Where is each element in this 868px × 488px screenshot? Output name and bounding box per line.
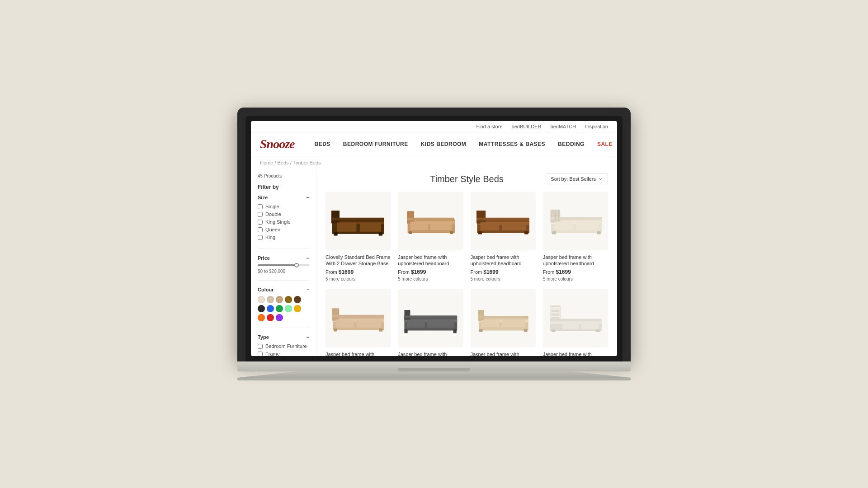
svg-rect-9	[334, 232, 338, 235]
more-colours-4: 5 more colours	[543, 277, 608, 282]
color-swatch-cream[interactable]	[258, 296, 265, 303]
checkbox-double[interactable]	[258, 212, 263, 217]
svg-rect-44	[379, 328, 382, 331]
color-swatch-tan[interactable]	[276, 296, 283, 303]
svg-rect-43	[334, 328, 337, 331]
color-swatches	[258, 296, 309, 321]
breadcrumb-current: Timber Beds	[293, 160, 321, 165]
svg-rect-12	[360, 223, 381, 232]
color-swatch-orange[interactable]	[258, 314, 265, 321]
bed-illustration-1	[326, 192, 391, 250]
color-swatch-green[interactable]	[276, 305, 283, 312]
color-swatch-brown[interactable]	[285, 296, 292, 303]
color-swatch-beige[interactable]	[267, 296, 274, 303]
svg-rect-45	[336, 319, 354, 327]
nav-bedroom-furniture[interactable]: BEDROOM FURNITURE	[337, 134, 415, 155]
bed-illustration-4	[543, 192, 608, 250]
nav-kids-bedroom[interactable]: KIDS BEDROOM	[415, 134, 473, 155]
filter-frame[interactable]: Frame	[258, 351, 309, 356]
svg-rect-53	[407, 320, 425, 328]
color-swatch-dark-brown[interactable]	[294, 296, 301, 303]
filter-king-single[interactable]: King Single	[258, 219, 309, 225]
price-slider-thumb	[294, 263, 299, 267]
product-card[interactable]: Jasper bed frame with upholstered headbo…	[543, 192, 608, 282]
nav-mattresses[interactable]: MATTRESSES & BASES	[472, 134, 552, 155]
svg-rect-59	[479, 329, 482, 332]
colour-filter-header[interactable]: Colour −	[258, 287, 309, 292]
color-swatch-light-green[interactable]	[285, 305, 292, 312]
product-name-8: Jasper bed frame with upholstered headbo…	[543, 351, 608, 356]
bed-illustration-7	[471, 289, 536, 347]
bed-illustration-5	[326, 289, 391, 347]
breadcrumb-beds[interactable]: Beds	[278, 160, 289, 165]
checkbox-king-single[interactable]	[258, 220, 263, 225]
bed-builder-link[interactable]: bedBUILDER	[512, 124, 542, 129]
laptop-foot	[237, 378, 631, 380]
bed-illustration-2	[398, 192, 463, 250]
find-store-link[interactable]: Find a store	[476, 124, 502, 129]
product-card[interactable]: Jasper bed frame with upholstered headbo…	[471, 289, 536, 356]
product-card[interactable]: Jasper bed frame with upholstered headbo…	[326, 289, 391, 356]
color-swatch-purple[interactable]	[276, 314, 283, 321]
type-filter-header[interactable]: Type −	[258, 334, 309, 340]
svg-rect-66	[552, 313, 559, 315]
sidebar: 45 Products Filter by Size − Single	[251, 169, 316, 356]
price-slider[interactable]	[258, 264, 309, 266]
svg-rect-41	[332, 308, 339, 320]
product-image-3	[471, 192, 536, 250]
logo[interactable]: Snooze	[260, 132, 294, 156]
color-swatch-black[interactable]	[258, 305, 265, 312]
laptop-body: Find a store bedBUILDER bedMATCH Inspira…	[237, 108, 631, 361]
filter-queen[interactable]: Queen	[258, 227, 309, 232]
nav-beds[interactable]: BEDS	[308, 134, 336, 155]
svg-rect-52	[453, 329, 457, 333]
size-filter-header[interactable]: Size −	[258, 195, 309, 200]
chevron-down-icon	[598, 176, 603, 182]
product-card[interactable]: Jasper bed frame with upholstered headbo…	[543, 289, 608, 356]
nav-sale[interactable]: SALE	[591, 134, 617, 155]
nav-bedding[interactable]: BEDDING	[552, 134, 591, 155]
checkbox-single[interactable]	[258, 204, 263, 209]
size-filter-section: Size − Single Double	[258, 195, 309, 249]
svg-rect-61	[481, 320, 499, 327]
checkbox-bedroom-furniture[interactable]	[258, 344, 263, 349]
svg-rect-60	[524, 329, 527, 332]
product-name-2: Jasper bed frame with upholstered headbo…	[398, 254, 463, 267]
svg-rect-19	[410, 221, 429, 230]
product-card[interactable]: Clovelly Standard Bed Frame With 2 Drawe…	[326, 192, 391, 282]
checkbox-queen[interactable]	[258, 227, 263, 232]
bed-match-link[interactable]: bedMATCH	[551, 124, 576, 129]
inspiration-link[interactable]: Inspiration	[585, 124, 608, 129]
laptop-stand	[237, 371, 631, 378]
product-count: 45 Products	[258, 174, 309, 178]
price-range-label: $0 to $20,000	[258, 269, 309, 274]
svg-rect-23	[476, 211, 485, 224]
bed-illustration-8	[543, 289, 608, 347]
filter-bedroom-furniture[interactable]: Bedroom Furniture	[258, 343, 309, 349]
filter-single[interactable]: Single	[258, 204, 309, 209]
color-swatch-red[interactable]	[267, 314, 274, 321]
checkbox-frame[interactable]	[258, 352, 263, 357]
svg-rect-35	[554, 221, 573, 230]
color-swatch-blue[interactable]	[267, 305, 274, 312]
sort-dropdown[interactable]: Sort by: Best Sellers	[546, 174, 608, 184]
breadcrumb: Home / Beds / Timber Beds	[251, 156, 617, 169]
svg-rect-27	[480, 222, 499, 230]
products-area: Timber Style Beds Sort by: Best Sellers	[316, 169, 617, 356]
checkbox-king[interactable]	[258, 235, 263, 240]
filter-double[interactable]: Double	[258, 211, 309, 217]
filter-king[interactable]: King	[258, 235, 309, 240]
svg-rect-25	[478, 231, 482, 234]
breadcrumb-home[interactable]: Home	[260, 160, 273, 165]
size-filter-label: Size	[258, 195, 268, 200]
product-card[interactable]: Jasper bed frame with upholstered headbo…	[471, 192, 536, 282]
laptop-base	[237, 361, 631, 371]
product-card[interactable]: Jasper bed frame with upholstered headbo…	[398, 192, 463, 282]
product-grid: Clovelly Standard Bed Frame With 2 Drawe…	[326, 192, 608, 356]
price-filter-header[interactable]: Price −	[258, 255, 309, 261]
product-name-3: Jasper bed frame with upholstered headbo…	[471, 254, 536, 267]
product-card[interactable]: Jasper bed frame with upholstered headbo…	[398, 289, 463, 356]
color-swatch-yellow[interactable]	[294, 305, 301, 312]
bed-illustration-3	[471, 192, 536, 250]
svg-rect-24	[476, 218, 529, 221]
